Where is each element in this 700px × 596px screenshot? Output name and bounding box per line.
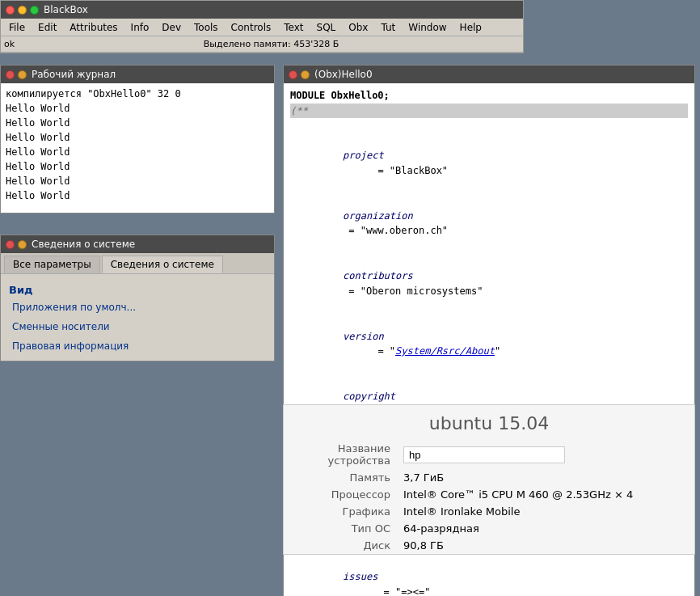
status-ok: ok [4,39,23,49]
code-traffic-lights [289,70,310,79]
memory-label: Память [284,469,397,486]
menu-tut[interactable]: Tut [374,20,402,35]
graphics-label: Графика [284,503,397,520]
sysinfo-window: Сведения о системе Все параметры Сведени… [0,235,275,361]
cpu-value: Intel® Core™ i5 CPU M 460 @ 2.53GHz × 4 [397,486,694,503]
menu-info[interactable]: Info [124,20,156,35]
ubuntu-info-table: Название устройства Память 3,7 ГиБ Проце… [284,440,694,554]
table-row-ostype: Тип ОС 64-разрядная [284,520,694,537]
ostype-label: Тип ОС [284,520,397,537]
ubuntu-panel: ubuntu 15.04 Название устройства Память … [283,404,695,555]
status-memory: Выделено памяти: 453'328 Б [23,39,520,49]
menu-window[interactable]: Window [402,20,453,35]
menu-obx[interactable]: Obx [342,20,374,35]
graphics-value: Intel® Ironlake Mobile [397,503,694,520]
ubuntu-title: ubuntu 15.04 [284,405,694,440]
log-line-5: Hello World [6,159,269,174]
menu-attributes[interactable]: Attributes [63,20,124,35]
menu-controls[interactable]: Controls [225,20,278,35]
log-line-3: Hello World [6,130,269,145]
blackbox-window: BlackBox File Edit Attributes Info Dev T… [0,0,524,53]
code-field-org: organization = "www.oberon.ch" [290,193,688,253]
code-field-version: version = "System/Rsrc/About" [290,314,688,374]
code-close-button[interactable] [289,70,297,79]
log-line-6: Hello World [6,174,269,188]
sysinfo-link-2[interactable]: Правовая информация [6,336,269,356]
disk-label: Диск [284,537,397,554]
log-minimize-button[interactable] [18,70,27,79]
cpu-label: Процессор [284,486,397,503]
blackbox-titlebar: BlackBox [1,1,523,19]
sysinfo-traffic-lights [6,240,27,249]
code-field-contrib: contributors = "Oberon microsystems" [290,254,688,314]
sysinfo-sidebar: Вид Приложения по умолч... Сменные носит… [1,274,274,361]
sysinfo-link-1[interactable]: Сменные носители [6,317,269,336]
table-row-graphics: Графика Intel® Ironlake Mobile [284,503,694,520]
menu-dev[interactable]: Dev [155,20,188,35]
log-line-4: Hello World [6,145,269,159]
log-traffic-lights [6,70,27,79]
table-row-memory: Память 3,7 ГиБ [284,469,694,486]
code-field-issues: issues = "=><=" [290,554,688,596]
menu-sql[interactable]: SQL [310,20,343,35]
menu-file[interactable]: File [2,20,32,35]
close-button[interactable] [6,6,15,15]
sysinfo-titlebar: Сведения о системе [1,235,274,253]
log-line-1: Hello World [6,101,269,116]
code-title: (Obx)Hello0 [314,69,373,80]
log-titlebar: Рабочий журнал [1,66,274,83]
tab-all-params[interactable]: Все параметры [4,256,100,273]
menu-text[interactable]: Text [277,20,310,35]
sysinfo-minimize-button[interactable] [18,240,27,249]
version-link[interactable]: System/Rsrc/About [395,345,495,357]
device-name-input[interactable] [403,446,565,463]
code-titlebar: (Obx)Hello0 [284,66,694,83]
device-label: Название устройства [284,440,397,469]
ostype-value: 64-разрядная [397,520,694,537]
maximize-button[interactable] [30,6,39,15]
table-row-cpu: Процессор Intel® Core™ i5 CPU M 460 @ 2.… [284,486,694,503]
code-cursor-line [290,118,688,133]
log-content: компилируется "ObxHello0" 32 0 Hello Wor… [1,83,274,213]
log-window: Рабочий журнал компилируется "ObxHello0"… [0,65,275,213]
menu-tools[interactable]: Tools [188,20,225,35]
sysinfo-title: Сведения о системе [32,239,135,250]
log-line-2: Hello World [6,116,269,130]
traffic-lights [6,6,39,15]
table-row-disk: Диск 90,8 ГБ [284,537,694,554]
sysinfo-link-0[interactable]: Приложения по умолч... [6,298,269,317]
statusbar: ok Выделено памяти: 453'328 Б [1,36,523,53]
memory-value: 3,7 ГиБ [397,469,694,486]
menu-edit[interactable]: Edit [32,20,63,35]
code-module-line: MODULE ObxHello0; [290,88,688,104]
blackbox-title: BlackBox [44,4,88,15]
log-line-7: Hello World [6,188,269,203]
sysinfo-section-title: Вид [6,279,269,298]
sysinfo-close-button[interactable] [6,240,15,249]
device-value [397,440,694,469]
minimize-button[interactable] [18,6,27,15]
tab-sysinfo[interactable]: Сведения о системе [102,256,223,273]
log-line-0: компилируется "ObxHello0" 32 0 [6,87,269,101]
log-title: Рабочий журнал [32,69,116,80]
code-comment-open: (** [290,104,688,119]
sysinfo-tabs: Все параметры Сведения о системе [1,253,274,274]
table-row-device: Название устройства [284,440,694,469]
menu-help[interactable]: Help [453,20,488,35]
log-close-button[interactable] [6,70,15,79]
disk-value: 90,8 ГБ [397,537,694,554]
menubar: File Edit Attributes Info Dev Tools Cont… [1,19,523,36]
code-field-project: project = "BlackBox" [290,133,688,193]
code-minimize-button[interactable] [301,70,310,79]
